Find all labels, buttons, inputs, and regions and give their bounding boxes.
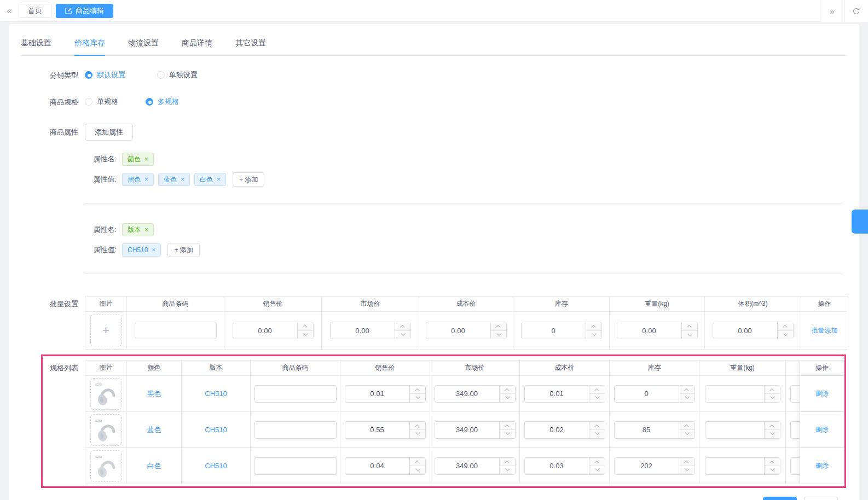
sku-version-link[interactable]: CH510 xyxy=(205,389,227,398)
stepper-value[interactable]: 0.00 xyxy=(331,322,395,339)
sku-barcode-input[interactable] xyxy=(254,421,337,439)
delete-sku-link[interactable]: 删除 xyxy=(815,461,829,470)
batch-add-link[interactable]: 批量添加 xyxy=(812,326,838,335)
batch-sale-price-stepper[interactable]: 0.00 xyxy=(233,322,314,339)
radio-separate-settings[interactable]: 单独设置 xyxy=(157,70,198,80)
add-attribute-button[interactable]: 添加属性 xyxy=(85,124,133,141)
stepper-up-icon[interactable] xyxy=(410,386,425,394)
batch-stock-stepper[interactable]: 0 xyxy=(521,322,602,339)
tab-product-detail[interactable]: 商品详情 xyxy=(182,38,212,56)
tab-basic-settings[interactable]: 基础设置 xyxy=(21,38,51,56)
stepper-up-icon[interactable] xyxy=(765,458,780,467)
sku-barcode-input[interactable] xyxy=(254,457,337,475)
stepper-value[interactable]: 0 xyxy=(522,322,586,339)
stepper-value[interactable]: 349.00 xyxy=(435,386,499,402)
tag-close-icon[interactable]: × xyxy=(144,155,148,163)
tag-close-icon[interactable]: × xyxy=(144,226,148,234)
sku-stock-stepper[interactable]: 0 xyxy=(614,385,695,403)
tab-other-settings[interactable]: 其它设置 xyxy=(235,38,266,56)
sku-weight-stepper[interactable] xyxy=(705,385,780,403)
stepper-down-icon[interactable] xyxy=(679,430,695,438)
tab-logistics-settings[interactable]: 物流设置 xyxy=(128,38,159,56)
batch-weight-stepper[interactable]: 0.00 xyxy=(617,322,698,339)
radio-single-spec[interactable]: 单规格 xyxy=(85,97,118,107)
radio-default-settings[interactable]: 默认设置 xyxy=(85,70,125,80)
batch-volume-stepper[interactable]: 0.00 xyxy=(713,322,794,339)
stepper-down-icon[interactable] xyxy=(395,331,410,339)
product-image[interactable]: SONY xyxy=(90,450,122,482)
stepper-up-icon[interactable] xyxy=(589,458,605,467)
stepper-value[interactable]: 349.00 xyxy=(435,458,499,474)
stepper-value[interactable]: 85 xyxy=(615,422,679,438)
stepper-value[interactable]: 0 xyxy=(615,386,679,402)
sku-market-price-stepper[interactable]: 349.00 xyxy=(435,421,516,439)
tabs-scroll-right-icon[interactable]: » xyxy=(820,0,844,22)
stepper-down-icon[interactable] xyxy=(765,430,780,438)
stepper-up-icon[interactable] xyxy=(589,386,605,394)
stepper-down-icon[interactable] xyxy=(500,430,515,438)
stepper-up-icon[interactable] xyxy=(765,386,780,394)
stepper-down-icon[interactable] xyxy=(410,466,425,474)
sidebar-collapse-icon[interactable]: « xyxy=(0,6,19,16)
stepper-up-icon[interactable] xyxy=(500,458,515,467)
radio-multi-spec[interactable]: 多规格 xyxy=(146,97,179,107)
stepper-up-icon[interactable] xyxy=(778,322,793,331)
sku-market-price-stepper[interactable]: 349.00 xyxy=(435,385,516,403)
refresh-icon[interactable] xyxy=(844,0,868,22)
stepper-value[interactable]: 0.00 xyxy=(713,322,777,339)
stepper-down-icon[interactable] xyxy=(679,394,695,402)
stepper-down-icon[interactable] xyxy=(410,394,425,402)
sku-market-price-stepper[interactable]: 349.00 xyxy=(435,457,516,475)
sku-stock-stepper[interactable]: 202 xyxy=(614,457,695,475)
batch-market-price-stepper[interactable]: 0.00 xyxy=(330,322,411,339)
stepper-value[interactable]: 349.00 xyxy=(435,422,499,438)
stepper-value[interactable]: 0.00 xyxy=(233,322,297,339)
sku-weight-stepper[interactable] xyxy=(705,421,780,439)
stepper-value[interactable]: 0.01 xyxy=(525,386,589,402)
stepper-down-icon[interactable] xyxy=(500,394,515,402)
stepper-down-icon[interactable] xyxy=(500,466,515,474)
save-button[interactable]: 保存 xyxy=(763,497,797,500)
stepper-down-icon[interactable] xyxy=(679,466,695,474)
stepper-down-icon[interactable] xyxy=(589,430,605,438)
side-panel-toggle[interactable] xyxy=(852,210,868,234)
sku-cost-price-stepper[interactable]: 0.02 xyxy=(524,421,605,439)
stepper-value[interactable]: 202 xyxy=(615,458,679,474)
stepper-up-icon[interactable] xyxy=(679,458,695,467)
stepper-value[interactable]: 0.02 xyxy=(525,422,589,438)
sku-sale-price-stepper[interactable]: 0.04 xyxy=(345,457,426,475)
tag-close-icon[interactable]: × xyxy=(152,246,155,254)
sku-sale-price-stepper[interactable]: 0.55 xyxy=(345,421,426,439)
stepper-up-icon[interactable] xyxy=(586,322,601,331)
sku-color-link[interactable]: 蓝色 xyxy=(147,425,161,435)
stepper-down-icon[interactable] xyxy=(298,331,313,339)
sku-version-link[interactable]: CH510 xyxy=(205,426,227,434)
stepper-down-icon[interactable] xyxy=(589,394,605,402)
stepper-down-icon[interactable] xyxy=(586,331,601,339)
stepper-down-icon[interactable] xyxy=(491,331,506,339)
batch-barcode-input[interactable] xyxy=(135,322,217,339)
stepper-up-icon[interactable] xyxy=(682,322,697,331)
batch-cost-price-stepper[interactable]: 0.00 xyxy=(426,322,507,339)
stepper-down-icon[interactable] xyxy=(589,466,605,474)
stepper-value[interactable] xyxy=(705,386,764,402)
sku-cost-price-stepper[interactable]: 0.01 xyxy=(524,385,605,403)
sku-sale-price-stepper[interactable]: 0.01 xyxy=(345,385,426,403)
stepper-up-icon[interactable] xyxy=(589,422,605,431)
image-upload-button[interactable]: + xyxy=(90,315,122,346)
product-image[interactable]: SONY xyxy=(90,414,122,446)
tag-close-icon[interactable]: × xyxy=(217,176,221,183)
tab-price-stock[interactable]: 价格库存 xyxy=(74,38,105,56)
tag-close-icon[interactable]: × xyxy=(181,176,184,183)
stepper-value[interactable]: 0.55 xyxy=(345,422,409,438)
stepper-up-icon[interactable] xyxy=(679,422,695,431)
stepper-value[interactable]: 0.00 xyxy=(617,322,681,339)
stepper-down-icon[interactable] xyxy=(682,331,697,339)
sku-cost-price-stepper[interactable]: 0.03 xyxy=(524,457,605,475)
delete-sku-link[interactable]: 删除 xyxy=(815,389,829,398)
sku-color-link[interactable]: 黑色 xyxy=(147,389,161,399)
stepper-up-icon[interactable] xyxy=(410,422,425,431)
stepper-up-icon[interactable] xyxy=(395,322,410,331)
sku-weight-stepper[interactable] xyxy=(705,457,780,475)
stepper-down-icon[interactable] xyxy=(765,394,780,402)
